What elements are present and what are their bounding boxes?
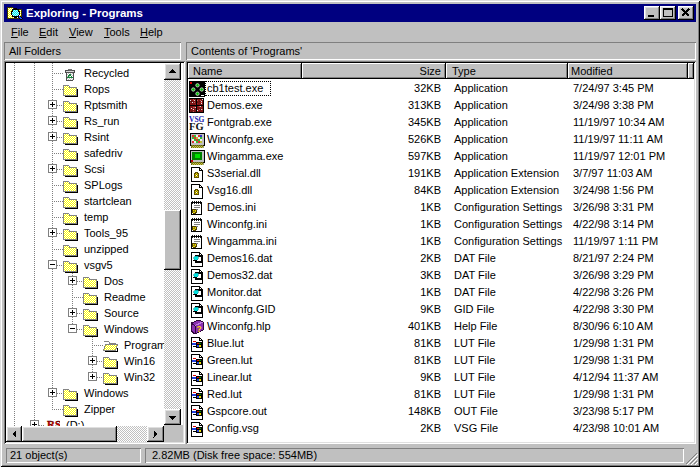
svg-text:FG: FG — [189, 121, 204, 131]
svg-text:RS: RS — [47, 418, 60, 426]
svg-text:?: ? — [197, 324, 202, 334]
